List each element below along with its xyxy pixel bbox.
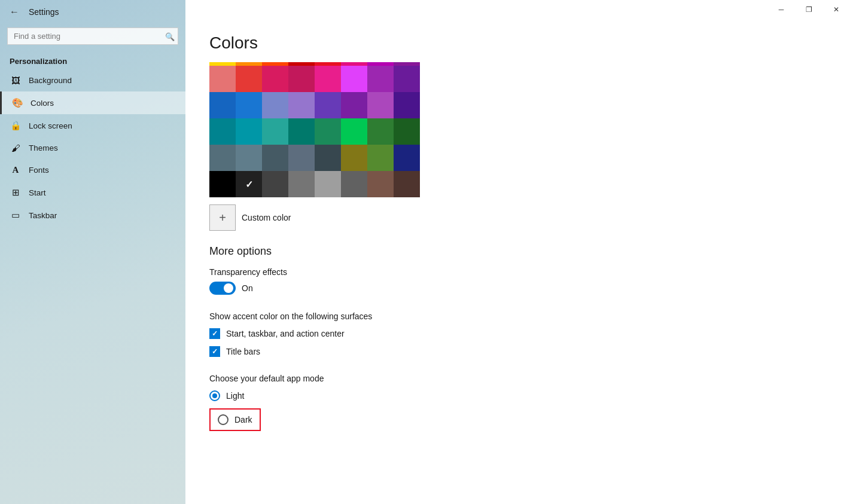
color-swatch[interactable] — [341, 145, 367, 171]
back-button[interactable]: ← — [7, 4, 22, 20]
color-swatch[interactable] — [262, 118, 288, 145]
color-swatch[interactable] — [394, 171, 420, 197]
color-swatch[interactable] — [262, 92, 288, 118]
radio-dark[interactable] — [218, 414, 229, 425]
transparency-state: On — [242, 283, 253, 293]
sidebar: ← Settings 🔍 Personalization 🖼 Backgroun… — [0, 0, 185, 504]
color-swatch[interactable] — [367, 145, 394, 171]
color-swatch[interactable] — [209, 118, 236, 145]
color-swatch-empty — [420, 171, 446, 197]
color-swatch[interactable] — [315, 66, 341, 92]
color-swatch[interactable] — [288, 145, 315, 171]
color-swatch[interactable] — [315, 118, 341, 145]
color-swatch[interactable] — [394, 118, 420, 145]
color-swatch[interactable] — [394, 66, 420, 92]
sidebar-item-fonts[interactable]: A Fonts — [0, 159, 185, 181]
sidebar-item-taskbar[interactable]: ▭ Taskbar — [0, 204, 185, 227]
color-swatch[interactable] — [209, 66, 236, 92]
color-swatch-empty — [446, 118, 473, 145]
checkbox-start-check: ✓ — [212, 329, 218, 338]
color-swatch[interactable] — [209, 145, 236, 171]
color-swatch-empty — [446, 92, 473, 118]
lock-screen-icon: 🔒 — [10, 120, 22, 131]
color-swatch[interactable] — [209, 92, 236, 118]
minimize-button[interactable]: ─ — [767, 0, 795, 19]
color-swatch[interactable] — [262, 66, 288, 92]
color-swatch[interactable] — [315, 145, 341, 171]
sidebar-item-themes-label: Themes — [29, 143, 58, 152]
close-button[interactable]: ✕ — [822, 0, 850, 19]
transparency-toggle[interactable] — [209, 282, 236, 295]
color-swatch[interactable] — [236, 66, 262, 92]
color-swatch[interactable] — [236, 118, 262, 145]
color-swatch[interactable] — [341, 92, 367, 118]
more-options-heading: More options — [209, 245, 826, 258]
color-swatch[interactable] — [236, 171, 262, 197]
color-swatch[interactable] — [288, 171, 315, 197]
color-swatch[interactable] — [341, 66, 367, 92]
radio-light[interactable] — [209, 390, 220, 401]
color-swatch[interactable] — [394, 145, 420, 171]
color-swatch[interactable] — [288, 66, 315, 92]
color-swatch[interactable] — [394, 92, 420, 118]
search-input[interactable] — [7, 28, 178, 45]
start-icon: ⊞ — [10, 187, 22, 198]
color-swatch[interactable] — [209, 171, 236, 197]
transparency-label: Transparency effects — [209, 267, 826, 277]
checkbox-start-row: ✓ Start, taskbar, and action center — [209, 328, 826, 339]
color-swatch[interactable] — [341, 171, 367, 197]
color-swatches-grid — [209, 66, 826, 197]
checkbox-titlebars-row: ✓ Title bars — [209, 346, 826, 357]
sidebar-item-colors[interactable]: 🎨 Colors — [0, 91, 185, 114]
dark-radio-highlight-box: Dark — [209, 408, 261, 431]
color-swatch[interactable] — [288, 92, 315, 118]
checkbox-titlebars[interactable]: ✓ — [209, 346, 220, 357]
sidebar-item-start[interactable]: ⊞ Start — [0, 181, 185, 204]
toggle-thumb — [224, 283, 233, 293]
sidebar-item-background[interactable]: 🖼 Background — [0, 69, 185, 91]
sidebar-section-label: Personalization — [0, 52, 185, 69]
themes-icon: 🖌 — [10, 143, 22, 153]
app-title: Settings — [29, 7, 59, 17]
color-swatch-empty — [420, 145, 446, 171]
color-swatch[interactable] — [262, 145, 288, 171]
color-swatch[interactable] — [236, 145, 262, 171]
main-content: ─ ❐ ✕ Colors + Custom color More options… — [185, 0, 850, 504]
color-swatch[interactable] — [288, 118, 315, 145]
colors-icon: 🎨 — [11, 97, 23, 108]
sidebar-item-taskbar-label: Taskbar — [29, 211, 57, 220]
radio-light-dot — [212, 393, 217, 398]
sidebar-item-lock-screen[interactable]: 🔒 Lock screen — [0, 114, 185, 137]
color-swatch-empty — [420, 118, 446, 145]
page-title: Colors — [209, 33, 826, 53]
color-swatch[interactable] — [367, 171, 394, 197]
background-icon: 🖼 — [10, 75, 22, 85]
sidebar-nav: 🖼 Background 🎨 Colors 🔒 Lock screen 🖌 Th… — [0, 69, 185, 227]
fonts-icon: A — [10, 165, 22, 175]
sidebar-item-lock-screen-label: Lock screen — [29, 121, 72, 130]
search-icon[interactable]: 🔍 — [165, 32, 175, 41]
radio-light-row: Light — [209, 390, 826, 401]
color-swatch[interactable] — [262, 171, 288, 197]
color-swatch[interactable] — [367, 118, 394, 145]
color-swatch[interactable] — [367, 92, 394, 118]
search-box: 🔍 — [7, 28, 178, 45]
sidebar-item-background-label: Background — [29, 76, 72, 85]
color-swatch[interactable] — [367, 66, 394, 92]
color-swatch[interactable] — [341, 118, 367, 145]
checkbox-start[interactable]: ✓ — [209, 328, 220, 339]
titlebar: ← Settings — [0, 0, 185, 24]
sidebar-item-colors-label: Colors — [31, 99, 54, 108]
color-swatch[interactable] — [236, 92, 262, 118]
color-swatch[interactable] — [315, 92, 341, 118]
color-swatch[interactable] — [315, 171, 341, 197]
custom-color-button[interactable]: + Custom color — [209, 204, 291, 231]
app-mode-label: Choose your default app mode — [209, 374, 826, 383]
sidebar-item-themes[interactable]: 🖌 Themes — [0, 137, 185, 159]
color-swatch-empty — [446, 145, 473, 171]
maximize-button[interactable]: ❐ — [795, 0, 822, 19]
color-swatch-empty — [420, 66, 446, 92]
color-swatch-empty — [420, 92, 446, 118]
taskbar-icon: ▭ — [10, 210, 22, 221]
color-swatch-empty — [446, 66, 473, 92]
